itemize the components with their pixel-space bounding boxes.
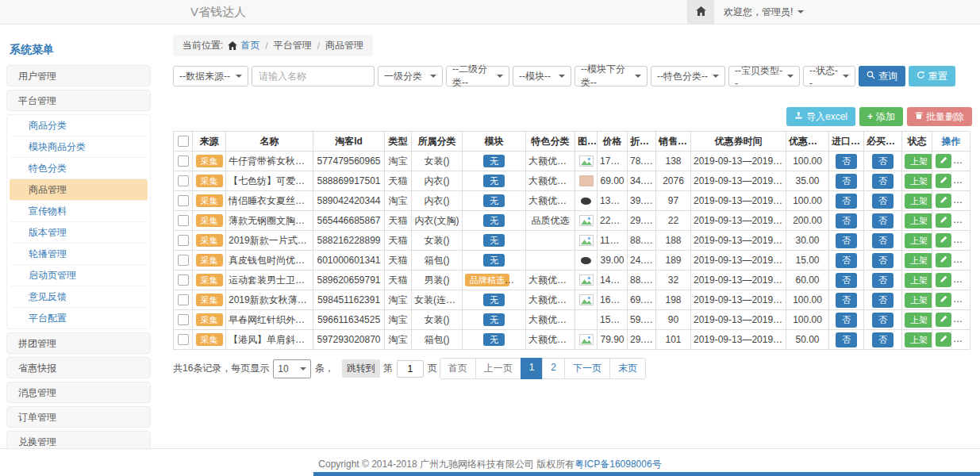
filter-select-7[interactable]: --宝贝类型-- (728, 66, 800, 86)
status-button[interactable]: 上架 (905, 154, 932, 169)
row-checkbox[interactable] (178, 195, 189, 206)
sidebar-section-3[interactable]: 省惠快报 (6, 357, 151, 378)
must-buy-toggle[interactable]: 否 (872, 194, 894, 209)
row-checkbox[interactable] (178, 314, 189, 325)
user-menu[interactable]: 欢迎您，管理员! (724, 0, 804, 24)
page-button-5[interactable]: 末页 (609, 358, 646, 379)
import-select-toggle[interactable]: 否 (836, 194, 857, 209)
column-header-17: 操作 (932, 132, 970, 152)
filter-select-8[interactable]: --状态-- (803, 66, 855, 86)
import-select-toggle[interactable]: 否 (836, 233, 857, 248)
edit-button[interactable] (936, 253, 951, 267)
import-select-toggle[interactable]: 否 (836, 174, 857, 189)
edit-button[interactable] (936, 293, 951, 307)
sidebar-section-4[interactable]: 消息管理 (6, 382, 151, 403)
page-button-0[interactable]: 首页 (440, 358, 476, 379)
type-cell: 天猫 (385, 171, 412, 191)
filter-select-5[interactable]: --模块下分类-- (575, 66, 648, 86)
row-checkbox[interactable] (178, 274, 189, 286)
row-checkbox[interactable] (178, 215, 189, 226)
status-button[interactable]: 上架 (905, 332, 932, 347)
must-buy-cell: 否 (864, 290, 902, 310)
edit-button[interactable] (936, 273, 951, 287)
page-button-1[interactable]: 上一页 (475, 358, 521, 379)
import-select-toggle[interactable]: 否 (836, 213, 857, 228)
sidebar-subitem-1[interactable]: 模块商品分类 (10, 136, 148, 158)
filter-select-0[interactable]: --数据来源-- (173, 66, 248, 86)
sales-cell: 22 (656, 211, 691, 231)
add-button[interactable]: + 添加 (859, 107, 903, 126)
edit-button[interactable] (936, 174, 951, 188)
row-checkbox[interactable] (178, 175, 189, 186)
sidebar-subitem-6[interactable]: 轮播管理 (10, 244, 148, 265)
status-button[interactable]: 上架 (905, 174, 932, 189)
status-button[interactable]: 上架 (905, 233, 932, 248)
row-checkbox[interactable] (178, 255, 189, 266)
filter-select-6[interactable]: --特色分类-- (651, 66, 725, 86)
module-cell: 无 (463, 231, 526, 251)
batch-delete-button[interactable]: 批量删除 (907, 107, 972, 126)
must-buy-toggle[interactable]: 否 (872, 313, 894, 328)
must-buy-toggle[interactable]: 否 (872, 233, 894, 248)
status-button[interactable]: 上架 (905, 213, 932, 228)
status-button[interactable]: 上架 (905, 253, 932, 268)
jump-page-input[interactable] (397, 360, 424, 378)
sidebar-section-1[interactable]: 平台管理 (6, 90, 151, 111)
sidebar-subitem-8[interactable]: 意见反馈 (10, 286, 148, 308)
page-button-2[interactable]: 1 (521, 358, 544, 379)
jump-button[interactable]: 跳转到 (342, 359, 380, 378)
sidebar-subitem-0[interactable]: 商品分类 (10, 115, 148, 136)
edit-button[interactable] (936, 194, 951, 208)
import-select-toggle[interactable]: 否 (836, 313, 857, 328)
must-buy-toggle[interactable]: 否 (872, 174, 894, 189)
sidebar-subitem-5[interactable]: 版本管理 (10, 222, 148, 244)
home-button[interactable] (687, 0, 714, 24)
sidebar-subitem-4[interactable]: 宣传物料 (10, 201, 148, 222)
name-search-input[interactable] (252, 66, 375, 86)
import-select-toggle[interactable]: 否 (836, 332, 857, 347)
must-buy-toggle[interactable]: 否 (872, 293, 894, 308)
row-checkbox[interactable] (178, 155, 189, 167)
source-cell: 采集 (193, 231, 226, 251)
import-select-toggle[interactable]: 否 (836, 154, 857, 169)
must-buy-toggle[interactable]: 否 (872, 213, 894, 228)
sidebar-section-5[interactable]: 订单管理 (6, 406, 151, 428)
filter-select-2[interactable]: 一级分类 (378, 66, 443, 86)
edit-button[interactable] (936, 313, 951, 327)
row-checkbox[interactable] (178, 334, 189, 345)
must-buy-toggle[interactable]: 否 (872, 273, 894, 288)
import-select-toggle[interactable]: 否 (836, 273, 857, 288)
row-checkbox[interactable] (178, 235, 189, 246)
status-button[interactable]: 上架 (905, 273, 932, 288)
edit-button[interactable] (936, 213, 951, 228)
sidebar-subitem-9[interactable]: 平台配置 (10, 308, 148, 328)
must-buy-toggle[interactable]: 否 (872, 332, 894, 347)
row-checkbox[interactable] (178, 294, 189, 305)
filter-select-3[interactable]: --二级分类-- (446, 66, 509, 86)
breadcrumb-home-link[interactable]: 首页 (240, 39, 259, 52)
status-button[interactable]: 上架 (905, 194, 932, 209)
import-select-toggle[interactable]: 否 (836, 253, 857, 268)
icp-link[interactable]: 粤ICP备16098006号 (575, 459, 661, 470)
edit-button[interactable] (936, 233, 951, 248)
reset-button[interactable]: 重置 (909, 66, 955, 86)
select-all-checkbox[interactable] (178, 136, 189, 147)
sidebar-subitem-2[interactable]: 特色分类 (10, 158, 148, 179)
import-select-toggle[interactable]: 否 (836, 293, 857, 308)
page-button-3[interactable]: 2 (542, 358, 565, 379)
search-button[interactable]: 查询 (859, 66, 905, 86)
must-buy-toggle[interactable]: 否 (872, 154, 894, 169)
page-button-4[interactable]: 下一页 (564, 358, 610, 379)
sidebar-section-0[interactable]: 用户管理 (6, 65, 151, 86)
edit-button[interactable] (936, 332, 951, 347)
import-excel-button[interactable]: 导入excel (786, 107, 855, 126)
per-page-select[interactable]: 10 (273, 359, 310, 378)
must-buy-toggle[interactable]: 否 (872, 253, 894, 268)
sidebar-section-2[interactable]: 拼团管理 (6, 332, 151, 354)
status-button[interactable]: 上架 (905, 313, 932, 328)
edit-button[interactable] (936, 154, 951, 168)
filter-select-4[interactable]: --模块-- (513, 66, 571, 86)
sidebar-subitem-7[interactable]: 启动页管理 (10, 265, 148, 286)
status-button[interactable]: 上架 (905, 293, 932, 308)
sidebar-subitem-3[interactable]: 商品管理 (10, 179, 148, 201)
